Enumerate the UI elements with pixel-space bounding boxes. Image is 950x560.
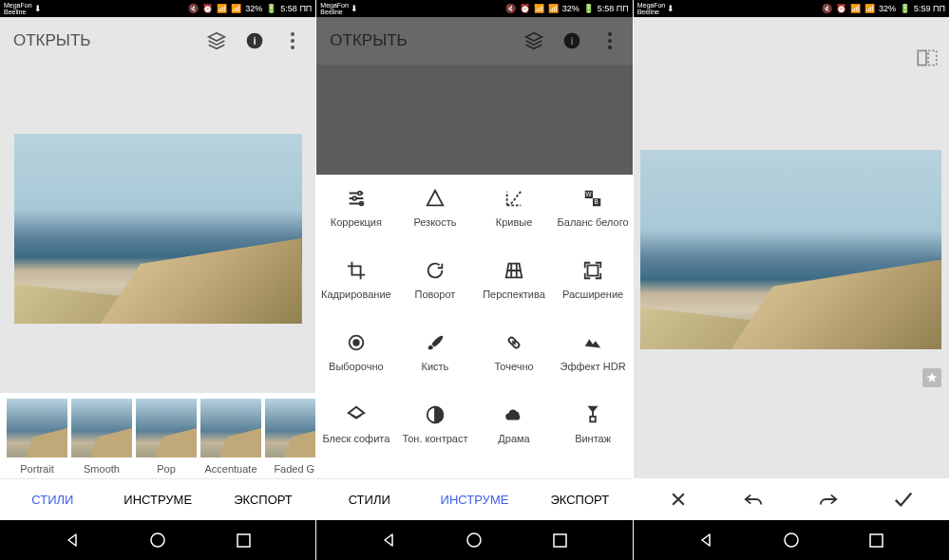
crop-icon (346, 260, 367, 281)
tool-tonal[interactable]: Тон. контраст (395, 404, 474, 456)
tab-tools[interactable]: ИНСТРУМЕ (422, 479, 527, 520)
svg-text:B: B (595, 198, 598, 205)
apply-button[interactable] (866, 491, 941, 508)
edit-actions (634, 478, 949, 520)
phone-screen-tools: MegaFonBeeline ⬇ 🔇 ⏰ 📶 📶 32% 🔋 5:58 ПП О… (316, 0, 633, 560)
wb-icon: WB (582, 188, 603, 209)
style-item[interactable]: Pop (135, 399, 198, 478)
photo-preview (640, 150, 941, 349)
clock-label: 5:59 ПП (914, 4, 945, 13)
style-item[interactable]: Portrait (6, 399, 68, 478)
tool-glamour[interactable]: Блеск софита (316, 404, 395, 456)
compare-icon[interactable] (915, 46, 940, 70)
redo-button[interactable] (791, 491, 866, 508)
tool-curves[interactable]: Кривые (474, 188, 553, 239)
tool-crop[interactable]: Кадрирование (316, 260, 395, 311)
info-icon[interactable]: i (562, 31, 581, 50)
tool-brush[interactable]: Кисть (395, 332, 474, 383)
expand-icon (582, 260, 603, 281)
tool-selective[interactable]: Выборочно (316, 332, 395, 383)
tool-vintage[interactable]: Винтаж (554, 404, 633, 456)
tool-rotate[interactable]: Поворот (395, 260, 474, 311)
download-icon: ⬇ (351, 4, 358, 13)
nav-back-icon[interactable] (696, 531, 715, 550)
style-item[interactable]: Smooth (70, 399, 133, 478)
tool-label: Выборочно (325, 361, 388, 383)
svg-rect-19 (588, 266, 598, 276)
cancel-button[interactable] (641, 490, 716, 509)
nav-recents-icon[interactable] (234, 531, 253, 550)
layers-icon[interactable] (207, 31, 226, 50)
tool-perspective[interactable]: Перспектива (474, 260, 553, 311)
tool-label: Перспектива (479, 289, 549, 311)
tool-label: Кадрирование (317, 289, 395, 311)
battery-label: 32% (879, 4, 896, 13)
svg-point-12 (358, 192, 362, 196)
style-label: Smooth (84, 463, 120, 475)
svg-rect-6 (238, 534, 250, 547)
tool-hdr[interactable]: Эффект HDR (554, 332, 633, 383)
tool-expand[interactable]: Расширение (554, 260, 633, 311)
nav-back-icon[interactable] (63, 531, 82, 550)
tool-drama[interactable]: Драма (474, 404, 553, 456)
download-icon: ⬇ (34, 4, 42, 13)
canvas-area[interactable] (0, 65, 315, 393)
carrier-label: MegaFon (320, 2, 349, 9)
tool-label: Тон. контраст (398, 433, 471, 456)
style-label: Faded Gl (274, 463, 315, 475)
carrier-label: Beeline (4, 9, 32, 15)
selective-icon (346, 332, 367, 353)
canvas-area[interactable] (634, 17, 949, 478)
svg-point-29 (785, 533, 798, 547)
open-button[interactable]: ОТКРЫТЬ (330, 31, 407, 50)
styles-strip[interactable]: PortraitSmoothPopAccentuateFaded Gl (0, 393, 315, 478)
tab-styles[interactable]: СТИЛИ (0, 479, 105, 520)
info-icon[interactable]: i (245, 31, 264, 50)
more-icon[interactable] (600, 31, 619, 50)
tool-healing[interactable]: Точечно (474, 332, 553, 383)
nav-recents-icon[interactable] (550, 531, 569, 550)
battery-icon: 🔋 (900, 4, 910, 13)
style-thumb (200, 399, 261, 457)
tool-details[interactable]: Резкость (395, 188, 474, 239)
phone-screen-edit: MegaFonBeeline ⬇ 🔇 ⏰ 📶 📶 32% 🔋 5:59 ПП (634, 0, 950, 560)
style-thumb (71, 399, 132, 457)
tab-tools[interactable]: ИНСТРУМЕ (105, 479, 211, 520)
svg-text:i: i (570, 34, 573, 47)
nav-back-icon[interactable] (379, 531, 398, 550)
layers-icon[interactable] (524, 31, 543, 50)
more-icon[interactable] (283, 31, 302, 50)
tool-wb[interactable]: WBБаланс белого (554, 188, 633, 239)
svg-point-25 (467, 533, 481, 547)
style-item[interactable]: Accentuate (200, 399, 262, 478)
star-badge-icon[interactable] (922, 368, 941, 387)
tonal-icon (425, 404, 446, 425)
glamour-icon (346, 404, 367, 425)
svg-rect-28 (928, 50, 937, 65)
alarm-icon: ⏰ (520, 4, 530, 13)
nav-home-icon[interactable] (782, 531, 801, 550)
undo-button[interactable] (716, 491, 791, 508)
style-label: Accentuate (204, 463, 256, 475)
tool-label: Расширение (559, 289, 627, 311)
open-button[interactable]: ОТКРЫТЬ (13, 31, 90, 50)
nav-home-icon[interactable] (465, 531, 484, 550)
brush-icon (425, 332, 446, 353)
battery-icon: 🔋 (266, 4, 276, 13)
tab-export[interactable]: ЭКСПОРТ (527, 479, 633, 520)
svg-rect-24 (590, 417, 596, 422)
nav-recents-icon[interactable] (867, 531, 886, 550)
mute-icon: 🔇 (188, 4, 199, 13)
tab-export[interactable]: ЭКСПОРТ (211, 479, 316, 520)
style-label: Portrait (20, 463, 53, 475)
tools-sheet[interactable]: КоррекцияРезкостьКривыеWBБаланс белогоКа… (316, 175, 632, 478)
nav-home-icon[interactable] (148, 531, 167, 550)
tab-styles[interactable]: СТИЛИ (316, 479, 422, 520)
style-item[interactable]: Faded Gl (264, 399, 315, 478)
tool-tune[interactable]: Коррекция (316, 188, 395, 239)
svg-point-2 (291, 32, 294, 36)
vintage-icon (582, 404, 603, 425)
tool-label: Эффект HDR (557, 361, 630, 383)
hdr-icon (582, 332, 603, 353)
status-bar: MegaFonBeeline ⬇ 🔇 ⏰ 📶 📶 32% 🔋 5:58 ПП (0, 0, 315, 17)
